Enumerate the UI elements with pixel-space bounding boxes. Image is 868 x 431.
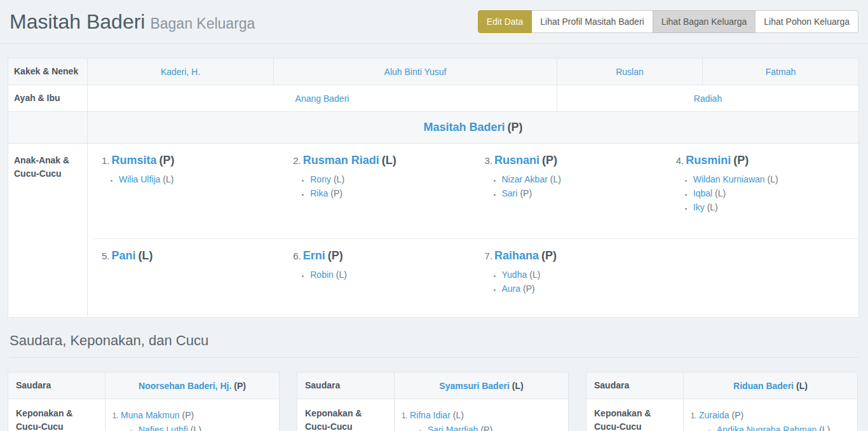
grandchild-link[interactable]: Iqbal	[693, 188, 712, 198]
grandparent-cell: Kaderi, H.	[88, 58, 274, 85]
view-family-tree-button[interactable]: Lihat Pohon Keluarga	[755, 10, 858, 33]
mother-link[interactable]: Radiah	[694, 93, 722, 104]
person-link[interactable]: Masitah Baderi	[423, 121, 505, 133]
sibling-link[interactable]: Noorsehan Baderi, Hj.	[139, 381, 231, 391]
nephew-link[interactable]: Rifna Idiar	[410, 410, 451, 420]
person-gender: (P)	[508, 121, 523, 133]
sibling-tables-row: Saudara Noorsehan Baderi, Hj.(P) Keponak…	[8, 372, 860, 431]
grandchild-link[interactable]: Iky	[693, 202, 705, 212]
nephew-child-gender: (L)	[819, 425, 830, 431]
view-family-chart-button[interactable]: Lihat Bagan Keluarga	[653, 10, 756, 33]
grandchild-gender: (L)	[768, 174, 778, 184]
grandchild-link[interactable]: Yudha	[502, 270, 527, 280]
sibling-name-cell: Syamsuri Baderi(L)	[395, 373, 569, 399]
child-link[interactable]: Rumsita	[112, 154, 157, 167]
children-label: Anak-Anak & Cucu-Cucu	[8, 144, 88, 318]
sibling-card-2: Saudara Syamsuri Baderi(L) Keponakan & C…	[297, 372, 569, 431]
grandchild-link[interactable]: Aura	[502, 284, 521, 294]
sibling-label: Saudara	[297, 373, 395, 399]
grandchild-gender: (L)	[550, 174, 561, 184]
child-block: 2.Rusman Riadi(L) Rony(L) Rika(P)	[284, 144, 475, 238]
header-button-group: Edit Data Lihat Profil Masitah Baderi Li…	[478, 10, 858, 33]
grandchild-link[interactable]: Robin	[310, 270, 334, 280]
child-block: 7.Raihana(P) Yudha(L) Aura(P)	[476, 239, 667, 317]
sibling-link[interactable]: Riduan Baderi	[733, 381, 794, 391]
siblings-section-title: Saudara, Keponakan, dan Cucu	[10, 332, 858, 358]
grandchild-gender: (P)	[330, 188, 342, 198]
nephews-list-cell: Muna Makmun(P) Nafies Luthfi(L)	[105, 399, 280, 431]
grandparent-cell: Ruslan	[557, 58, 703, 85]
sibling-gender: (L)	[796, 381, 808, 391]
sibling-name-cell: Noorsehan Baderi, Hj.(P)	[105, 373, 280, 399]
grandchildren-list: Wildan Kurniawan(L) Iqbal(L) Iky(L)	[676, 172, 852, 214]
sibling-header-row: Saudara Noorsehan Baderi, Hj.(P)	[8, 373, 280, 399]
grandchild-item: Iky(L)	[693, 200, 852, 214]
father-link[interactable]: Anang Baderi	[295, 93, 349, 104]
grandchild-item: Wildan Kurniawan(L)	[693, 172, 852, 186]
grandchild-gender: (L)	[529, 270, 540, 280]
grandchild-link[interactable]: Nizar Akbar	[502, 174, 548, 184]
nephews-list-cell: Zuraida(P) Andika Nugraha Rahman(L)	[684, 399, 858, 431]
sibling-card-3: Saudara Riduan Baderi(L) Keponakan & Cuc…	[586, 372, 858, 431]
nephew-child-link[interactable]: Andika Nugraha Rahman	[717, 425, 817, 431]
child-heading: 7.Raihana(P)	[485, 249, 661, 263]
grandchild-item: Sari(P)	[502, 186, 661, 200]
grandchild-gender: (P)	[523, 284, 535, 294]
grandchild-link[interactable]: Wilia Ulfija	[119, 174, 160, 184]
child-link[interactable]: Rusnani	[494, 154, 539, 167]
grandfather-paternal-link[interactable]: Kaderi, H.	[161, 67, 200, 77]
grandchild-item: Rika(P)	[310, 186, 469, 200]
child-number: 6.	[293, 250, 301, 261]
grandchild-item: Yudha(L)	[502, 268, 661, 282]
nephew-link[interactable]: Muna Makmun	[121, 410, 180, 420]
child-block: 1.Rumsita(P) Wilia Ulfija(L)	[93, 144, 284, 238]
nephew-item: Muna Makmun(P) Nafies Luthfi(L)	[121, 408, 274, 431]
child-number: 2.	[293, 155, 301, 166]
grandchildren-list: Nizar Akbar(L) Sari(P)	[485, 172, 661, 200]
child-heading: 1.Rumsita(P)	[102, 154, 278, 167]
child-number: 1.	[102, 155, 110, 166]
grandchild-item: Rony(L)	[310, 172, 469, 186]
sibling-link[interactable]: Syamsuri Baderi	[439, 381, 510, 391]
children-grid-row-1: 1.Rumsita(P) Wilia Ulfija(L) 2.Rusman Ri…	[93, 144, 858, 238]
children-row: Anak-Anak & Cucu-Cucu 1.Rumsita(P) Wilia…	[8, 144, 859, 318]
grandchild-item: Nizar Akbar(L)	[502, 172, 661, 186]
child-gender: (L)	[382, 154, 397, 167]
nephew-link[interactable]: Zuraida	[699, 410, 729, 420]
family-chart-table: Kakek & Nenek Kaderi, H. Aluh Binti Yusu…	[8, 58, 859, 318]
child-heading: 3.Rusnani(P)	[485, 154, 661, 167]
nephew-child-link[interactable]: Sari Mardiah	[428, 425, 478, 431]
child-link[interactable]: Pani	[112, 249, 136, 262]
nephews-label: Keponakan & Cucu-Cucu	[8, 399, 105, 431]
child-link[interactable]: Erni	[303, 249, 325, 262]
grandchild-gender: (L)	[163, 174, 173, 184]
grandmother-maternal-link[interactable]: Fatmah	[766, 67, 796, 77]
page-subtitle: Bagan Keluarga	[150, 15, 255, 32]
nephews-row: Keponakan & Cucu-Cucu Muna Makmun(P) Naf…	[8, 399, 280, 431]
grandchild-link[interactable]: Rika	[310, 188, 328, 198]
grandchild-gender: (P)	[520, 188, 532, 198]
child-gender: (P)	[328, 249, 343, 262]
sibling-name-cell: Riduan Baderi(L)	[684, 373, 858, 399]
view-profile-button[interactable]: Lihat Profil Masitah Baderi	[531, 10, 653, 33]
grandchild-gender: (L)	[336, 270, 347, 280]
edit-data-button[interactable]: Edit Data	[478, 10, 532, 33]
grandchild-link[interactable]: Wildan Kurniawan	[693, 174, 765, 184]
grandmother-paternal-link[interactable]: Aluh Binti Yusuf	[384, 67, 447, 77]
grandchildren-list: Robin(L)	[293, 268, 469, 282]
sibling-table: Saudara Riduan Baderi(L) Keponakan & Cuc…	[586, 372, 858, 431]
child-heading: 6.Erni(P)	[293, 249, 469, 263]
child-link[interactable]: Raihana	[494, 249, 539, 262]
child-link[interactable]: Rusman Riadi	[303, 154, 379, 167]
grandfather-maternal-link[interactable]: Ruslan	[616, 67, 644, 77]
child-link[interactable]: Rusmini	[686, 154, 731, 167]
sibling-gender: (L)	[512, 381, 524, 391]
grandchild-item: Iqbal(L)	[693, 186, 852, 200]
nephew-child-item: Andika Nugraha Rahman(L)	[717, 423, 852, 431]
grandchild-link[interactable]: Rony	[310, 174, 331, 184]
nephew-child-link[interactable]: Nafies Luthfi	[139, 425, 188, 431]
grandchild-item: Wilia Ulfija(L)	[119, 172, 278, 186]
grandchild-link[interactable]: Sari	[502, 188, 518, 198]
child-number: 7.	[485, 250, 493, 261]
parents-row: Ayah & Ibu Anang Baderi Radiah	[8, 85, 859, 112]
